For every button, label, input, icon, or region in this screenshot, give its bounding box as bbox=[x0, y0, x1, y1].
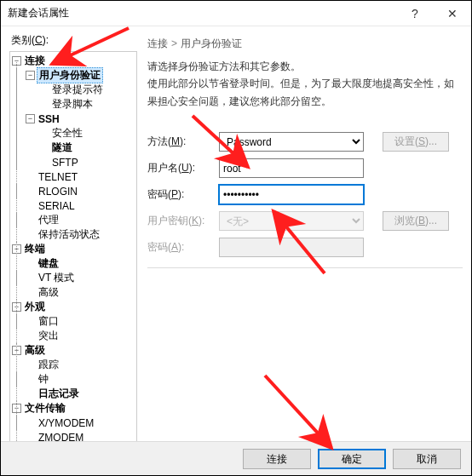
category-tree[interactable]: −连接 −用户身份验证 登录提示符 登录脚本 −SSH 安全性 隧道 bbox=[9, 51, 137, 451]
label-passphrase: 密码(A): bbox=[147, 240, 219, 255]
ok-button[interactable]: 确定 bbox=[318, 449, 386, 469]
category-label: 类别(C): bbox=[11, 33, 137, 48]
tree-item-filetransfer[interactable]: −文件传输 bbox=[10, 401, 136, 416]
tree-item-security[interactable]: 安全性 bbox=[10, 126, 136, 141]
tree-item-bell[interactable]: 钟 bbox=[10, 372, 136, 387]
method-select[interactable]: Password bbox=[219, 132, 364, 152]
tree-item-logging[interactable]: 日志记录 bbox=[10, 387, 136, 401]
label-username: 用户名(U): bbox=[147, 161, 219, 175]
close-button[interactable]: ✕ bbox=[434, 1, 471, 26]
browse-button: 浏览(B)... bbox=[383, 211, 449, 231]
tree-item-xymodem[interactable]: X/YMODEM bbox=[10, 416, 136, 430]
row-passphrase: 密码(A): bbox=[147, 238, 463, 257]
collapse-icon[interactable]: − bbox=[26, 114, 35, 123]
tree-item-proxy[interactable]: 代理 bbox=[10, 213, 136, 227]
help-icon: ? bbox=[412, 7, 418, 20]
tree-item-telnet[interactable]: TELNET bbox=[10, 169, 136, 184]
titlebar: 新建会话属性 ? ✕ bbox=[1, 1, 471, 26]
tree-item-serial[interactable]: SERIAL bbox=[10, 198, 136, 213]
left-column: 类别(C): −连接 −用户身份验证 登录提示符 登录脚本 −SSH bbox=[9, 32, 137, 442]
tree-item-advanced[interactable]: −高级 bbox=[10, 343, 136, 358]
tree-item-terminal[interactable]: −终端 bbox=[10, 242, 136, 256]
collapse-icon[interactable]: − bbox=[12, 56, 21, 66]
tree-item-tunnel[interactable]: 隧道 bbox=[10, 141, 136, 155]
collapse-icon[interactable]: − bbox=[12, 302, 21, 312]
tree-item-window[interactable]: 窗口 bbox=[10, 314, 136, 329]
tree-item-ssh[interactable]: −SSH bbox=[10, 112, 136, 126]
row-userkey: 用户密钥(K): <无> 浏览(B)... bbox=[147, 211, 463, 231]
passphrase-input bbox=[219, 238, 364, 257]
settings-button: 设置(S)... bbox=[383, 132, 449, 152]
tree-item-sftp[interactable]: SFTP bbox=[10, 155, 136, 169]
username-input[interactable] bbox=[219, 158, 364, 178]
tree-item-login-prompt[interactable]: 登录提示符 bbox=[10, 83, 136, 97]
tree-item-auth-label: 用户身份验证 bbox=[37, 67, 103, 83]
window-title: 新建会话属性 bbox=[8, 6, 69, 20]
password-input[interactable] bbox=[219, 185, 364, 204]
tree-item-keyboard[interactable]: 键盘 bbox=[10, 256, 136, 271]
label-password: 密码(P): bbox=[147, 187, 219, 202]
collapse-icon[interactable]: − bbox=[12, 346, 21, 355]
content-area: 类别(C): −连接 −用户身份验证 登录提示符 登录脚本 −SSH bbox=[1, 26, 471, 442]
tree-item-login-script[interactable]: 登录脚本 bbox=[10, 97, 136, 112]
collapse-icon[interactable]: − bbox=[12, 404, 21, 413]
cancel-button[interactable]: 取消 bbox=[393, 449, 461, 469]
tree-item-trace[interactable]: 跟踪 bbox=[10, 358, 136, 372]
label-method: 方法(M): bbox=[147, 135, 219, 149]
label-userkey: 用户密钥(K): bbox=[147, 214, 219, 228]
tree-item-adv-term[interactable]: 高级 bbox=[10, 285, 136, 300]
tree-item-appearance[interactable]: −外观 bbox=[10, 300, 136, 314]
right-panel: 连接>用户身份验证 请选择身份验证方法和其它参数。 使用此部分以节省登录时间。但… bbox=[137, 32, 463, 442]
row-method: 方法(M): Password 设置(S)... bbox=[147, 132, 463, 152]
footer: 连接 确定 取消 bbox=[1, 441, 471, 475]
connect-button[interactable]: 连接 bbox=[243, 449, 311, 469]
row-username: 用户名(U): bbox=[147, 158, 463, 178]
help-button[interactable]: ? bbox=[396, 1, 434, 26]
tree-item-highlight[interactable]: 突出 bbox=[10, 329, 136, 343]
breadcrumb: 连接>用户身份验证 bbox=[147, 32, 463, 58]
tree-item-vtmode[interactable]: VT 模式 bbox=[10, 271, 136, 285]
row-password: 密码(P): bbox=[147, 185, 463, 204]
collapse-icon[interactable]: − bbox=[26, 71, 35, 80]
tree-item-keepalive[interactable]: 保持活动状态 bbox=[10, 227, 136, 242]
userkey-select: <无> bbox=[219, 211, 364, 231]
tree-item-connect[interactable]: −连接 bbox=[10, 54, 136, 68]
tree-item-auth[interactable]: −用户身份验证 bbox=[10, 68, 136, 83]
description: 请选择身份验证方法和其它参数。 使用此部分以节省登录时间。但是，为了最大限度地提… bbox=[147, 58, 463, 110]
tree-item-rlogin[interactable]: RLOGIN bbox=[10, 184, 136, 198]
divider bbox=[147, 267, 463, 268]
collapse-icon[interactable]: − bbox=[12, 244, 21, 254]
close-icon: ✕ bbox=[447, 7, 458, 20]
